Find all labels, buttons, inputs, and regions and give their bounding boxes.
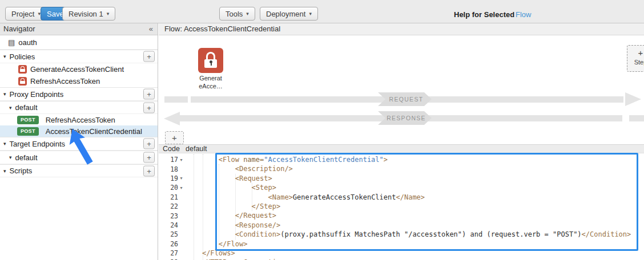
caret-down-icon: ▾ (309, 11, 312, 17)
code-line[interactable]: </Step> (186, 202, 631, 211)
response-flow-bar-end (629, 115, 644, 121)
gutter-line: 17▾ (159, 155, 184, 164)
line-number: 27 (170, 249, 178, 257)
request-flow-bar-stub (164, 96, 188, 103)
code-line[interactable]: <Response/> (186, 221, 631, 230)
flow-label: AccessTokenClientCredential (46, 127, 142, 136)
gutter-line: 25 (159, 230, 184, 239)
section-label: Target Endpoints (10, 140, 66, 148)
bundle-icon: ▤ (8, 39, 15, 46)
section-label: Scripts (10, 166, 33, 175)
flow-panel-header: Flow: AccessTokenClientCredential (159, 23, 644, 35)
line-number: 25 (170, 230, 178, 238)
plus-icon: + (627, 47, 644, 59)
code-line[interactable]: <Step> (186, 183, 631, 192)
http-method-badge: POST (17, 127, 39, 136)
add-policy-button[interactable]: + (143, 51, 155, 62)
add-step-button[interactable]: + Step (627, 45, 644, 72)
fold-icon[interactable]: ▾ (178, 176, 184, 181)
line-number: 24 (170, 221, 178, 229)
sidebar-group-proxy-default[interactable]: ▾ default + (0, 101, 158, 114)
gutter-line: 19▾ (159, 174, 184, 183)
gutter-line: 28 (159, 258, 184, 260)
revision-menu-button[interactable]: Revision 1 ▾ (62, 7, 115, 21)
tools-menu-button[interactable]: Tools ▾ (219, 7, 255, 21)
gutter-line: 18 (159, 164, 184, 173)
line-number: 22 (170, 202, 178, 210)
caret-down-icon: ▾ (3, 54, 6, 59)
gutter-line: 21 (159, 193, 184, 202)
sidebar-section-policies[interactable]: ▾ Policies + (0, 50, 158, 63)
code-line[interactable]: <Name>GenerateAccessTokenClient</Name> (186, 193, 631, 202)
group-label: default (15, 153, 38, 162)
code-line[interactable]: </Flow> (186, 239, 631, 249)
section-label: Proxy Endpoints (10, 90, 64, 99)
toolbar: Project ▾ Save Revision 1 ▾ Tools ▾ Depl… (0, 0, 644, 23)
add-proxy-endpoint-button[interactable]: + (143, 89, 155, 100)
gutter-line: 27 (159, 249, 184, 258)
caret-down-icon: ▾ (246, 11, 249, 17)
gutter-line: 20▾ (159, 183, 184, 192)
code-line[interactable]: <Flow name="AccessTokenClientCredential"… (186, 155, 631, 164)
line-number: 19 (170, 174, 178, 182)
line-number: 23 (170, 212, 178, 220)
line-number: 26 (170, 240, 178, 248)
sidebar-item-flow-accesstokenclientcredential[interactable]: POST AccessTokenClientCredential (0, 125, 158, 137)
caret-down-icon: ▾ (3, 141, 6, 147)
code-line[interactable]: </Request> (186, 211, 631, 220)
sidebar-section-scripts[interactable]: ▾ Scripts + (0, 164, 158, 177)
help-flow-link[interactable]: Flow (516, 10, 531, 19)
help-for-selected-label: Help for Selected (454, 10, 514, 19)
policy-label: GenerateAccessTokenClient (30, 65, 124, 74)
code-line[interactable]: <HTTPProxyConnection> (186, 258, 631, 260)
apigee-proxy-editor: Project ▾ Save Revision 1 ▾ Tools ▾ Depl… (0, 0, 644, 260)
tab-default[interactable]: default (186, 145, 207, 153)
lock-icon (206, 52, 215, 59)
add-script-button[interactable]: + (143, 165, 155, 176)
code-line[interactable]: </Flows> (186, 249, 631, 258)
sidebar-section-proxy-endpoints[interactable]: ▾ Proxy Endpoints + (0, 87, 158, 101)
code-gutter: 17▾1819▾20▾2122232425262728 (159, 155, 184, 260)
response-arrowhead-icon (164, 112, 180, 125)
policy-step-generateaccesstokenclient[interactable] (198, 48, 223, 73)
deployment-menu-button[interactable]: Deployment ▾ (260, 7, 318, 21)
code-lines[interactable]: <Flow name="AccessTokenClientCredential"… (186, 155, 631, 260)
caret-down-icon: ▾ (3, 168, 6, 174)
caret-down-icon: ▾ (3, 91, 6, 97)
group-label: default (15, 103, 38, 112)
add-flow-button[interactable]: + (143, 102, 155, 113)
policy-lock-icon (18, 65, 27, 74)
flow-label: RefreshAccessToken (46, 116, 115, 124)
sidebar-item-oauth[interactable]: ▤ oauth (0, 35, 158, 50)
flow-title: Flow: AccessTokenClientCredential (164, 25, 280, 33)
navigator-title: Navigator (3, 25, 35, 33)
fold-icon[interactable]: ▾ (178, 185, 184, 190)
sidebar-section-target-endpoints[interactable]: ▾ Target Endpoints + (0, 137, 158, 151)
line-number: 17 (170, 156, 178, 164)
sidebar-item-policy-refreshaccesstoken[interactable]: RefreshAccessToken (0, 75, 158, 87)
add-flow-step-button[interactable]: + (165, 131, 184, 144)
line-number: 21 (170, 193, 178, 201)
policy-lock-icon (18, 77, 27, 86)
code-tabbar: Code default (159, 144, 644, 153)
gutter-line: 24 (159, 221, 184, 230)
line-number: 20 (170, 184, 178, 192)
code-line[interactable]: <Description/> (186, 164, 631, 173)
code-line[interactable]: <Request> (186, 174, 631, 183)
line-number: 18 (170, 165, 178, 173)
add-target-endpoint-button[interactable]: + (143, 139, 155, 149)
fold-icon[interactable]: ▾ (178, 157, 184, 162)
sidebar-group-target-default[interactable]: ▾ default + (0, 151, 158, 164)
response-lane-badge: RESPONSE (378, 111, 432, 125)
sidebar-item-policy-generateaccesstokenclient[interactable]: GenerateAccessTokenClient (0, 63, 158, 75)
code-line[interactable]: <Condition>(proxy.pathsuffix MatchesPath… (186, 230, 631, 239)
add-target-flow-button[interactable]: + (143, 152, 155, 163)
caret-down-icon: ▾ (9, 105, 12, 111)
collapse-sidebar-button[interactable]: « (149, 23, 153, 35)
http-method-badge: POST (17, 116, 39, 124)
caret-down-icon: ▾ (107, 11, 110, 17)
request-arrowhead-icon (625, 92, 641, 106)
caret-down-icon: ▾ (9, 155, 12, 160)
sidebar-item-flow-refreshaccesstoken[interactable]: POST RefreshAccessToken (0, 114, 158, 125)
gutter-line: 22 (159, 202, 184, 211)
